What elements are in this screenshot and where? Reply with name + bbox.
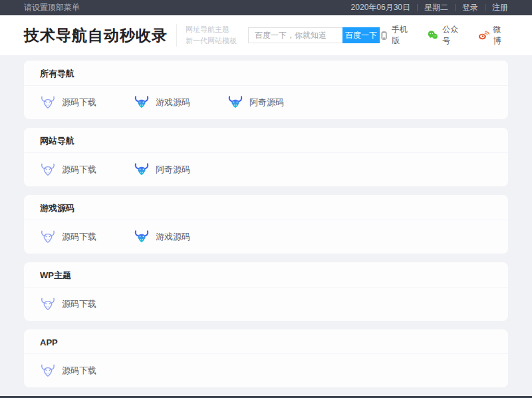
- wechat-icon: [427, 29, 439, 41]
- nav-item-label: 阿奇源码: [249, 97, 284, 108]
- search-bar: 百度一下: [248, 27, 380, 43]
- search-input[interactable]: [248, 27, 342, 43]
- bull-outline-icon: [40, 363, 56, 379]
- nav-item[interactable]: 阿奇源码: [227, 95, 321, 110]
- nav-item[interactable]: 游戏源码: [134, 229, 227, 245]
- section-items: 源码下载: [24, 354, 508, 387]
- section-title: WP主题: [40, 270, 71, 280]
- login-link[interactable]: 登录: [462, 2, 478, 13]
- section-title: 游戏源码: [40, 203, 74, 213]
- bull-gradient-icon: [134, 229, 150, 245]
- nav-section-card: 所有导航 源码下载 游戏源码 阿奇源码: [24, 61, 508, 119]
- bull-outline-icon: [40, 296, 56, 312]
- register-link[interactable]: 注册: [492, 2, 508, 13]
- nav-item-label: 源码下载: [62, 298, 96, 310]
- section-items: 源码下载: [24, 288, 508, 321]
- topbar-separator: [417, 4, 418, 11]
- bull-gradient-icon: [134, 162, 150, 178]
- topbar-separator: [485, 4, 485, 11]
- nav-item-label: 游戏源码: [156, 97, 190, 108]
- section-items: 源码下载 游戏源码: [24, 220, 508, 254]
- nav-item[interactable]: 源码下载: [40, 162, 134, 178]
- section-title-row: WP主题: [24, 262, 508, 288]
- section-title: 所有导航: [40, 69, 74, 79]
- topbar-weekday: 星期二: [424, 2, 448, 13]
- nav-item[interactable]: 源码下载: [40, 95, 134, 110]
- tagline-line-1: 网址导航主题: [186, 24, 237, 35]
- bull-outline-icon: [40, 162, 56, 178]
- main-content: 所有导航 源码下载 游戏源码 阿奇源码 网站导航 源码下载 阿奇源码 游戏源码 …: [0, 55, 532, 387]
- bull-outline-icon: [40, 95, 56, 110]
- section-items: 源码下载 游戏源码 阿奇源码: [24, 86, 508, 119]
- nav-item[interactable]: 源码下载: [40, 296, 134, 312]
- weibo-link[interactable]: 微博: [477, 24, 508, 47]
- nav-section-card: 网站导航 源码下载 阿奇源码: [24, 128, 508, 186]
- nav-item-label: 源码下载: [62, 365, 96, 377]
- quick-link-label: 公众号: [442, 24, 465, 47]
- topbar-date: 2020年06月30日: [351, 2, 410, 13]
- tagline-line-2: 新一代网站模板: [186, 35, 237, 47]
- bull-gradient-icon: [227, 95, 243, 110]
- topbar: 请设置顶部菜单 2020年06月30日 星期二 登录 注册: [0, 0, 532, 15]
- topbar-menu-hint: 请设置顶部菜单: [24, 2, 80, 13]
- nav-section-card: APP 源码下载: [24, 329, 508, 387]
- section-title-row: 所有导航: [24, 61, 508, 86]
- sections: 所有导航 源码下载 游戏源码 阿奇源码 网站导航 源码下载 阿奇源码 游戏源码 …: [24, 61, 508, 387]
- section-items: 源码下载 阿奇源码: [24, 153, 508, 186]
- section-title-row: APP: [24, 329, 508, 354]
- site-tagline: 网址导航主题 新一代网站模板: [176, 24, 237, 47]
- header-quick-links: 手机版 公众号: [380, 24, 508, 47]
- bull-gradient-icon: [134, 95, 150, 110]
- nav-item-label: 阿奇源码: [156, 164, 190, 176]
- topbar-separator: [455, 4, 456, 11]
- weibo-icon: [477, 29, 489, 41]
- search-button[interactable]: 百度一下: [342, 27, 380, 43]
- section-title: APP: [40, 337, 58, 347]
- site-header: 技术导航自动秒收录 网址导航主题 新一代网站模板 百度一下 手机版: [0, 15, 532, 55]
- mobile-icon: [380, 29, 388, 42]
- site-title[interactable]: 技术导航自动秒收录: [24, 25, 168, 46]
- nav-item-label: 游戏源码: [156, 231, 190, 243]
- wechat-official-link[interactable]: 公众号: [427, 24, 465, 47]
- nav-item[interactable]: 游戏源码: [134, 95, 227, 110]
- quick-link-label: 微博: [493, 24, 508, 47]
- section-title-row: 网站导航: [24, 128, 508, 153]
- mobile-version-link[interactable]: 手机版: [380, 24, 414, 47]
- section-title: 网站导航: [40, 136, 74, 146]
- nav-item[interactable]: 阿奇源码: [134, 162, 227, 178]
- nav-section-card: WP主题 源码下载: [24, 262, 508, 321]
- section-title-row: 游戏源码: [24, 195, 508, 220]
- nav-item-label: 源码下载: [62, 97, 96, 108]
- quick-link-label: 手机版: [392, 24, 414, 47]
- nav-item[interactable]: 源码下载: [40, 229, 134, 245]
- nav-item-label: 源码下载: [62, 231, 96, 243]
- nav-item-label: 源码下载: [62, 164, 96, 176]
- bull-outline-icon: [40, 229, 56, 245]
- nav-item[interactable]: 源码下载: [40, 363, 134, 379]
- nav-section-card: 游戏源码 源码下载 游戏源码: [24, 195, 508, 254]
